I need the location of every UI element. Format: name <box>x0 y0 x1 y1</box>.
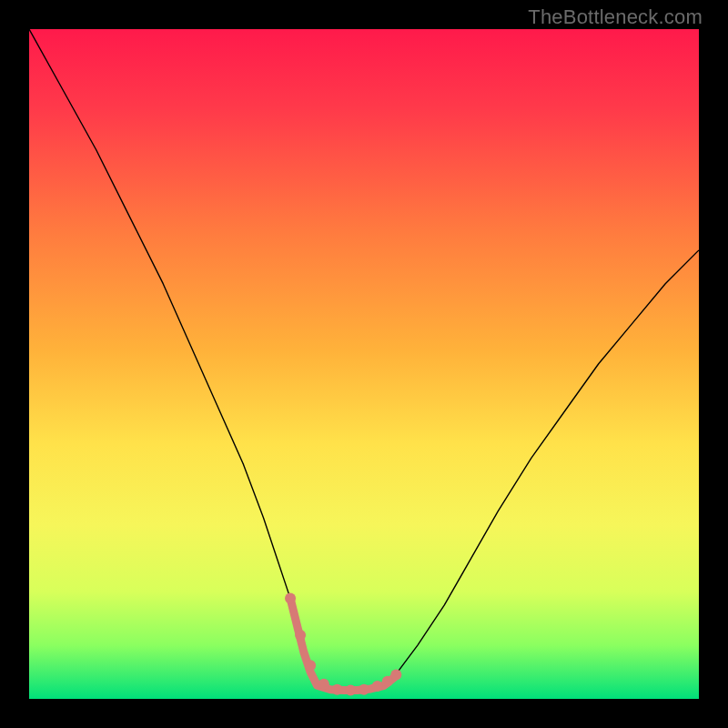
marker-dot <box>359 684 369 695</box>
marker-dot <box>305 660 316 671</box>
plot-area <box>29 29 699 699</box>
chart-svg <box>29 29 699 699</box>
marker-dot <box>345 684 356 695</box>
marker-dot <box>295 630 306 641</box>
chart-frame: TheBottleneck.com <box>0 0 728 728</box>
marker-dot <box>332 684 343 695</box>
marker-dot <box>372 681 383 692</box>
marker-dot <box>382 676 393 687</box>
marker-dot <box>318 679 329 690</box>
marker-dot <box>285 593 296 604</box>
marker-dot <box>390 670 401 681</box>
watermark-text: TheBottleneck.com <box>528 5 703 29</box>
